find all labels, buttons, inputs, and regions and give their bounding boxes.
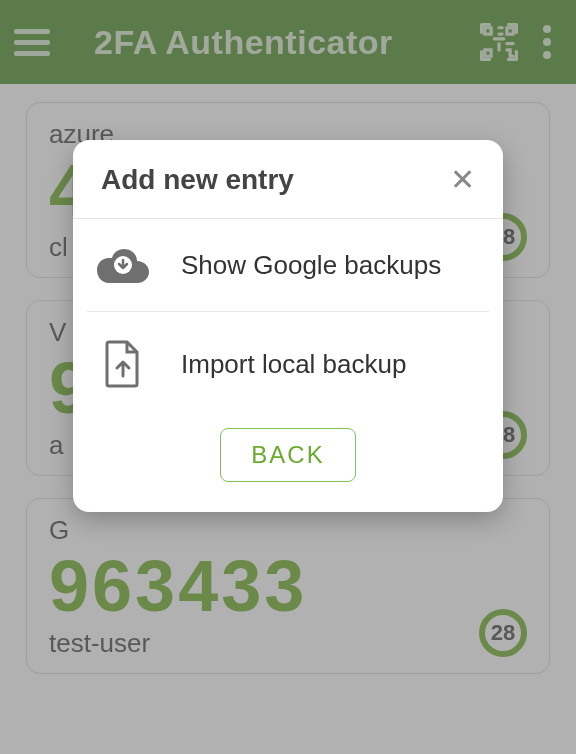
- option-label: Show Google backups: [181, 249, 441, 282]
- dialog-header: Add new entry ✕: [73, 140, 503, 219]
- show-google-backups-option[interactable]: Show Google backups: [73, 219, 503, 311]
- option-label: Import local backup: [181, 348, 406, 381]
- cloud-download-icon: [95, 247, 151, 283]
- back-button[interactable]: BACK: [220, 428, 355, 482]
- modal-overlay[interactable]: Add new entry ✕ Show Google backups: [0, 0, 576, 754]
- dialog-title: Add new entry: [101, 164, 294, 196]
- add-entry-dialog: Add new entry ✕ Show Google backups: [73, 140, 503, 512]
- dialog-footer: BACK: [73, 416, 503, 512]
- file-upload-icon: [95, 340, 151, 388]
- close-icon[interactable]: ✕: [450, 165, 475, 195]
- import-local-backup-option[interactable]: Import local backup: [87, 311, 489, 416]
